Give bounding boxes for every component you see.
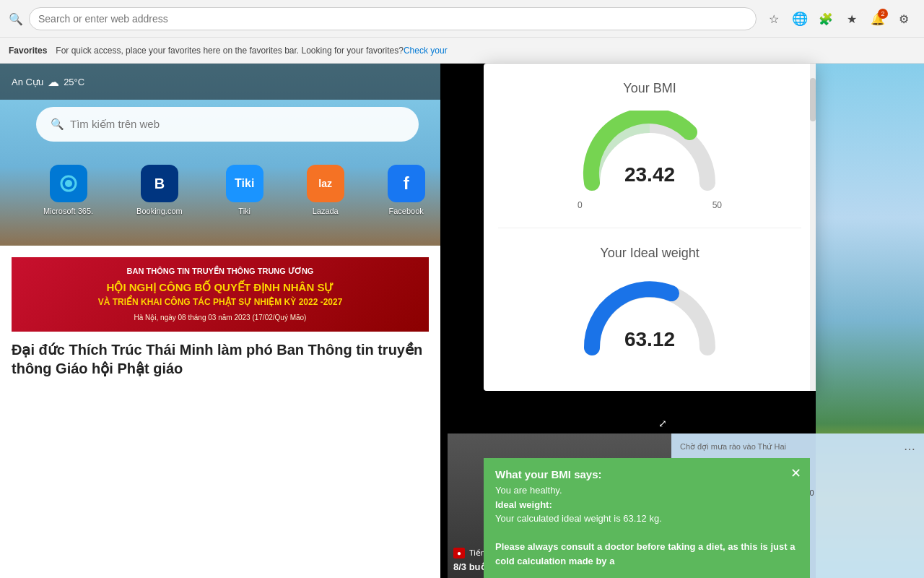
booking-icon: B [141,165,178,202]
ideal-gauge-svg: 63.12 [578,275,722,362]
ideal-gauge-container: 63.12 [578,275,722,362]
cloud-icon: ☁ [48,75,59,89]
weather-alert: Chờ đợi mưa rào vào Thứ Hai [680,442,786,452]
news-banner: BAN THÔNG TIN TRUYỀN THÔNG TRUNG ƯƠNG HỘ… [12,257,429,332]
bmi-divider [498,228,801,228]
bmi-section: Your BMI 23.42 0 50 [498,81,801,210]
favorites-label: Favorites [9,46,47,56]
ideal-weight-title: Your Ideal weight [498,246,801,261]
browser-chrome: 🔍 ☆ 🌐 🧩 ★ 🔔 2 ⚙ [0,0,924,38]
favorites-button[interactable]: ★ [840,7,863,30]
microsoft365-icon [50,165,87,202]
shortcut-lazada-label: Lazada [313,207,339,215]
shortcut-tiki[interactable]: Tiki Tiki [226,165,263,215]
news-banner-line1: BAN THÔNG TIN TRUYỀN THÔNG TRUNG ƯƠNG [20,266,420,277]
bmi-title: Your BMI [498,81,801,96]
bmi-info-box: ✕ What your BMI says: You are healthy. I… [484,458,810,578]
main-content: An Cựu ☁ 25°C 🔍 Tìm kiếm trên web Micros… [0,64,924,578]
page-search-placeholder: Tìm kiếm trên web [70,118,160,131]
refresh-icon: ↻ [300,375,307,385]
page-topbar: An Cựu ☁ 25°C [0,64,440,100]
weather-temp: 25°C [64,77,84,87]
shortcut-facebook[interactable]: f Facebook [388,165,425,215]
browser-toolbar: 🔍 ☆ 🌐 🧩 ★ 🔔 2 ⚙ [0,0,924,38]
bmi-scrollbar-track[interactable] [810,64,816,391]
check-your-link[interactable]: Check your [404,46,448,56]
facebook-icon: f [388,165,425,202]
star-button[interactable]: ☆ [762,7,785,30]
settings-button[interactable]: ⚙ [892,7,915,30]
refresh-btn-label: Làm mới câu chuyện [311,375,391,385]
shortcut-booking[interactable]: B Booking.com [136,165,183,215]
svg-text:63.12: 63.12 [624,328,675,350]
weather-location: An Cựu [12,77,43,87]
bmi-info-close-button[interactable]: ✕ [790,465,801,481]
refresh-stories-button[interactable]: ↻ Làm mới câu chuyện [289,370,402,390]
bmi-scrollbar-thumb[interactable] [810,78,816,121]
bmi-panel: Your BMI 23.42 0 50 [484,64,816,391]
favorites-message: For quick access, place your favorites h… [56,46,404,56]
tiki-icon: Tiki [226,165,263,202]
gauge-min-label: 0 [578,200,583,210]
news-banner-line2: HỘI NGHỊ CÔNG BỐ QUYẾT ĐỊNH NHÂN SỰ [20,280,420,295]
shortcut-microsoft365-label: Microsoft 365. [43,207,93,215]
notification-button[interactable]: 🔔 2 [866,7,889,30]
gauge-max-label: 50 [712,200,722,210]
favorites-bar: Favorites For quick access, place your f… [0,38,924,64]
news-date: Hà Nội, ngày 08 tháng 03 năm 2023 (17/02… [20,313,420,323]
weather-more-button[interactable]: ⋯ [904,442,915,456]
extensions-button[interactable]: 🧩 [814,7,837,30]
address-bar[interactable] [29,7,757,30]
ideal-weight-section: Your Ideal weight 63.12 [498,246,801,362]
page-search[interactable]: 🔍 Tìm kiếm trên web [36,107,419,142]
svg-point-2 [65,180,72,187]
bmi-gauge-container: 23.42 0 50 [578,111,722,210]
shortcut-lazada[interactable]: laz Lazada [307,165,344,215]
news-banner-line3: VÀ TRIỂN KHAI CÔNG TÁC PHẬT SỰ NHIỆM KỲ … [20,296,420,309]
toolbar-icons: ☆ 🌐 🧩 ★ 🔔 2 ⚙ [762,7,915,30]
weather-widget: An Cựu ☁ 25°C [12,75,84,89]
site-shortcuts: Microsoft 365. B Booking.com Tiki Tiki l… [43,165,425,215]
svg-text:23.42: 23.42 [624,163,675,186]
main-news-section: BAN THÔNG TIN TRUYỀN THÔNG TRUNG ƯƠNG HỘ… [0,246,440,578]
bmi-info-text: You are healthy. Ideal weight: Your calc… [495,483,798,568]
shortcut-facebook-label: Facebook [389,207,424,215]
globe-icon-button[interactable]: 🌐 [788,7,811,30]
shortcut-tiki-label: Tiki [238,207,250,215]
notification-badge: 2 [878,9,888,19]
bmi-info-title: What your BMI says: [495,468,798,480]
page-search-icon: 🔍 [51,118,64,131]
address-input[interactable] [38,13,747,25]
shortcut-microsoft365[interactable]: Microsoft 365. [43,165,93,215]
search-icon: 🔍 [9,12,23,26]
expand-button[interactable]: ⤢ [654,415,671,432]
shortcut-booking-label: Booking.com [136,207,183,215]
news-source-badge: ● [453,548,465,558]
lazada-icon: laz [307,165,344,202]
gauge-labels: 0 50 [578,200,722,210]
bmi-gauge-svg: 23.42 [578,111,722,197]
